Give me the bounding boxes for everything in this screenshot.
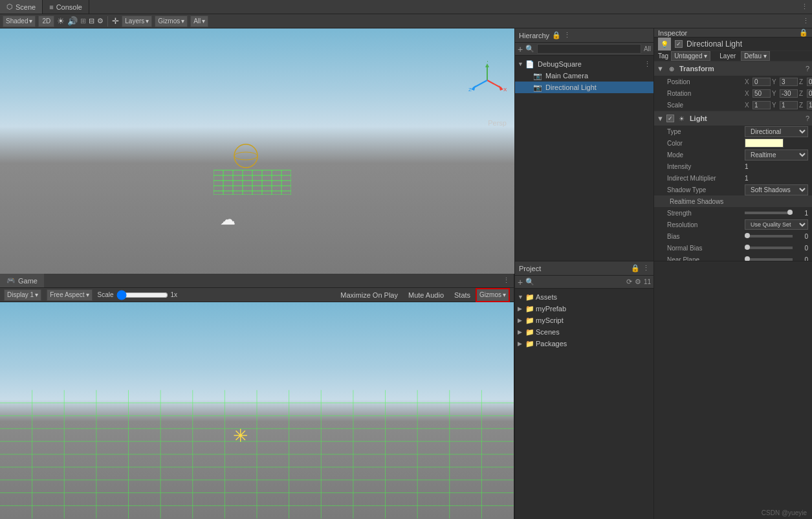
bias-label: Bias — [667, 233, 745, 240]
hier-search-icon: 🔍 — [525, 45, 534, 53]
bias-thumb[interactable] — [745, 233, 750, 238]
audio-icon[interactable]: 🔊 — [67, 16, 78, 26]
scene-more-dots[interactable]: ⋮ — [644, 60, 651, 69]
intensity-row: Intensity 1 — [654, 160, 812, 172]
scene-viewport[interactable]: Y X Z Persp — [0, 28, 514, 274]
aspect-chevron-icon: ▾ — [86, 291, 89, 298]
rot-x-input[interactable] — [752, 89, 771, 98]
type-label: Type — [667, 128, 745, 135]
hier-add-btn[interactable]: + — [518, 44, 523, 54]
packages-label: Packages — [536, 340, 567, 348]
tab-game[interactable]: 🎮 Game — [0, 274, 44, 287]
stats-label[interactable]: Stats — [454, 291, 470, 299]
maximize-play-label[interactable]: Maximize On Play — [340, 291, 398, 299]
light-help-icon[interactable]: ? — [806, 115, 809, 122]
pos-x-input[interactable] — [752, 78, 771, 86]
active-checkbox[interactable]: ✓ — [675, 40, 683, 48]
project-item-packages[interactable]: ▶ 📁 Packages — [515, 338, 653, 349]
project-settings-icon[interactable]: ⚙ — [635, 278, 641, 286]
rot-y-input[interactable] — [780, 89, 798, 98]
rotation-label: Rotation — [667, 90, 745, 97]
strength-thumb[interactable] — [787, 210, 793, 215]
resolution-label: Resolution — [667, 221, 745, 228]
tab-console[interactable]: ≡ Console — [43, 0, 89, 14]
hierarchy-item-scene[interactable]: ▼ 📄 DebugSquare ⋮ — [515, 58, 653, 70]
display-label: Display 1 — [7, 291, 34, 298]
project-more-icon[interactable]: ⋮ — [642, 264, 650, 272]
light-collapse-icon: ▼ — [657, 115, 664, 122]
light-icon[interactable]: ☀ — [57, 16, 65, 26]
near-plane-thumb[interactable] — [745, 256, 750, 261]
pos-y-input[interactable] — [780, 78, 798, 86]
top-menu-dots[interactable]: ⋮ — [801, 3, 808, 11]
type-dropdown[interactable]: Directional — [745, 126, 808, 137]
scenes-arrow-icon: ▶ — [518, 329, 524, 335]
color-swatch[interactable] — [745, 138, 784, 148]
light-header[interactable]: ▼ ✓ ☀ Light ? — [654, 111, 812, 126]
normal-bias-thumb[interactable] — [745, 245, 750, 250]
scale-z-input[interactable] — [807, 101, 812, 109]
project-item-scenes[interactable]: ▶ 📁 Scenes — [515, 326, 653, 338]
project-add-btn[interactable]: + — [518, 277, 523, 287]
pos-z-input[interactable] — [807, 78, 812, 86]
assets-arrow-icon: ▼ — [518, 294, 524, 300]
transform-help-icon[interactable]: ? — [806, 65, 809, 72]
project-item-assets[interactable]: ▼ 📁 Assets — [515, 291, 653, 303]
scale-x-input[interactable] — [752, 101, 771, 109]
scale-slider-input[interactable] — [116, 290, 168, 300]
move-tool-icon[interactable]: ✛ — [112, 16, 119, 26]
game-viewport[interactable]: ✳ — [0, 302, 514, 519]
shadow-type-row: Shadow Type Soft Shadows — [654, 184, 812, 195]
tag-dropdown[interactable]: Untagged ▾ — [671, 51, 710, 61]
near-plane-value: 0 — [796, 256, 808, 261]
gizmos-label: Gizmos — [158, 17, 180, 25]
hierarchy-more-icon[interactable]: ⋮ — [564, 31, 571, 39]
scene-toolbar: Shaded ▾ 2D ☀ 🔊 ⊞ ⊟ ⚙ ✛ Layers ▾ Gizmos … — [0, 14, 812, 28]
indirect-value: 1 — [745, 175, 808, 182]
settings-icon[interactable]: ⚙ — [97, 17, 104, 25]
position-row: Position X Y Z — [654, 76, 812, 87]
layers-chevron-icon: ▾ — [146, 17, 149, 25]
shadow-type-dropdown[interactable]: Soft Shadows — [745, 184, 808, 195]
game-gizmos-btn[interactable]: Gizmos ▾ — [476, 288, 510, 302]
right-panels: Hierarchy 🔒 ⋮ + 🔍 All ▼ 📄 DebugSquare ⋮ — [514, 28, 812, 519]
scale-y-input[interactable] — [780, 101, 798, 109]
scene-more-icon[interactable]: ⋮ — [802, 17, 809, 25]
game-more-icon[interactable]: ⋮ — [503, 276, 510, 285]
hierarchy-item-camera[interactable]: 📷 Main Camera — [515, 70, 653, 82]
scene-arrow-icon: ▼ — [518, 61, 524, 67]
position-label: Position — [667, 78, 745, 85]
game-gizmos-dropdown[interactable]: Gizmos ▾ — [477, 289, 509, 301]
light-enabled-checkbox[interactable]: ✓ — [666, 115, 674, 122]
project-header: Project 🔒 ⋮ — [515, 261, 653, 276]
inspector-obj-header: 💡 ✓ Directional Light — [654, 38, 812, 51]
gizmos-dropdown[interactable]: Gizmos ▾ — [155, 16, 188, 27]
project-panel: Project 🔒 ⋮ + 🔍 ⟳ ⚙ 11 ▼ 📁 Assets — [515, 261, 654, 519]
all-dropdown[interactable]: All ▾ — [190, 16, 208, 27]
rot-z-input[interactable] — [807, 89, 812, 98]
normal-bias-value: 0 — [796, 245, 808, 252]
transform-icon: ⊕ — [666, 63, 677, 74]
resolution-dropdown[interactable]: Use Quality Set — [745, 219, 808, 230]
layer-dropdown[interactable]: Defau ▾ — [741, 51, 769, 61]
hier-all-label: All — [644, 45, 651, 52]
mode-dropdown[interactable]: Realtime — [745, 149, 808, 160]
hierarchy-search-input[interactable] — [537, 44, 641, 54]
grid-toggle-icon[interactable]: ⊟ — [89, 17, 94, 25]
tab-scene[interactable]: ⬡ Scene — [0, 0, 43, 14]
transform-header[interactable]: ▼ ⊕ Transform ? — [654, 61, 812, 76]
hierarchy-content: ▼ 📄 DebugSquare ⋮ 📷 Main Camera 📷 Direct… — [515, 56, 653, 261]
project-item-myprefab[interactable]: ▶ 📁 myPrefab — [515, 303, 653, 315]
project-sync-icon[interactable]: ⟳ — [626, 278, 632, 286]
shaded-dropdown[interactable]: Shaded ▾ — [3, 16, 36, 27]
2d-button[interactable]: 2D — [38, 16, 54, 27]
hierarchy-item-light[interactable]: 📷 Directional Light — [515, 82, 653, 93]
project-item-myscript[interactable]: ▶ 📁 myScript — [515, 315, 653, 326]
display-dropdown[interactable]: Display 1 ▾ — [4, 289, 41, 301]
game-view: 🎮 Game ⋮ Display 1 ▾ Free Aspect ▾ S — [0, 274, 514, 519]
layers-dropdown[interactable]: Layers ▾ — [122, 16, 152, 27]
tag-value: Untagged — [674, 52, 702, 60]
aspect-dropdown[interactable]: Free Aspect ▾ — [47, 289, 92, 301]
watermark: CSDN @yueyie — [762, 509, 807, 516]
mute-audio-label[interactable]: Mute Audio — [408, 291, 444, 299]
